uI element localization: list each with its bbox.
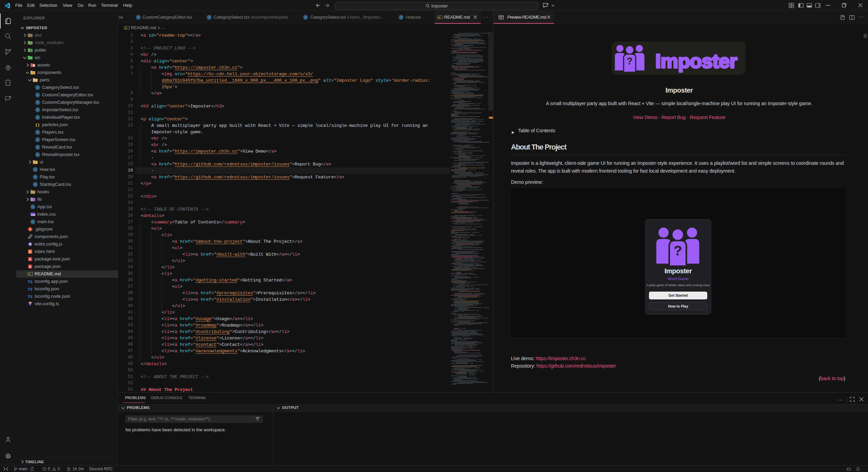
svg-text:?: ? [674, 243, 682, 258]
svg-text:{}: {} [35, 123, 40, 127]
svg-text:n: n [29, 265, 31, 269]
svg-text:5: 5 [29, 250, 31, 254]
svg-text:M↓: M↓ [125, 27, 128, 29]
svg-text:n: n [29, 257, 31, 261]
svg-text:TS: TS [28, 279, 33, 283]
svg-text:css: css [31, 213, 36, 216]
svg-text:TS: TS [28, 287, 33, 291]
svg-text:TS: TS [28, 294, 33, 298]
svg-text:M↓: M↓ [438, 16, 441, 19]
svg-text:M↓: M↓ [28, 273, 32, 275]
svg-text:?: ? [627, 56, 632, 66]
svg-text:Imposter: Imposter [655, 50, 737, 72]
